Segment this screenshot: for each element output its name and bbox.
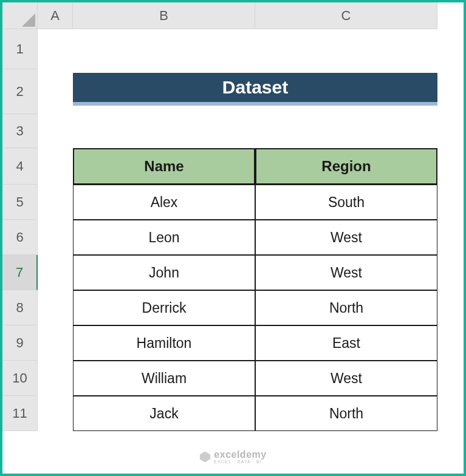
cell-A2[interactable] [38, 69, 73, 114]
table-cell[interactable]: Leon [73, 220, 255, 255]
row-header-4[interactable]: 4 [2, 148, 38, 185]
spreadsheet-grid: A B C 1 2 3 4 5 6 7 8 9 10 11 Dataset Na… [2, 2, 464, 474]
cell-A11[interactable] [38, 396, 73, 431]
row-header-8[interactable]: 8 [2, 290, 38, 325]
table-header-name[interactable]: Name [73, 148, 255, 185]
table-cell[interactable]: West [255, 361, 437, 396]
row-header-10[interactable]: 10 [2, 361, 38, 396]
cell-A10[interactable] [38, 361, 73, 396]
col-header-C[interactable]: C [255, 2, 437, 29]
row-header-7[interactable]: 7 [2, 255, 38, 290]
cell-C1[interactable] [255, 29, 437, 69]
col-header-A[interactable]: A [38, 2, 73, 29]
table-cell[interactable]: West [255, 255, 437, 290]
row-header-11[interactable]: 11 [2, 396, 38, 431]
cell-A6[interactable] [38, 220, 73, 255]
table-cell[interactable]: North [255, 396, 437, 431]
table-cell[interactable]: North [255, 290, 437, 325]
row-header-6[interactable]: 6 [2, 220, 38, 255]
exceldemy-logo-icon [199, 452, 210, 463]
table-cell[interactable]: East [255, 325, 437, 361]
table-cell[interactable]: William [73, 361, 255, 396]
cell-A1[interactable] [38, 29, 73, 69]
col-header-B[interactable]: B [73, 2, 255, 29]
cell-A5[interactable] [38, 185, 73, 220]
table-cell[interactable]: Alex [73, 185, 255, 220]
cell-C3[interactable] [255, 114, 437, 148]
row-header-1[interactable]: 1 [2, 29, 38, 69]
table-header-region[interactable]: Region [255, 148, 437, 185]
table-cell[interactable]: Hamilton [73, 325, 255, 361]
table-cell[interactable]: John [73, 255, 255, 290]
row-header-3[interactable]: 3 [2, 114, 38, 148]
watermark-tagline: EXCEL · DATA · BI [214, 460, 266, 464]
table-cell[interactable]: West [255, 220, 437, 255]
row-header-9[interactable]: 9 [2, 325, 38, 361]
cell-A7[interactable] [38, 255, 73, 290]
table-cell[interactable]: South [255, 185, 437, 220]
watermark-name: exceldemy [214, 450, 266, 460]
cell-B3[interactable] [73, 114, 255, 148]
cell-A9[interactable] [38, 325, 73, 361]
cell-A4[interactable] [38, 148, 73, 185]
cell-B1[interactable] [73, 29, 255, 69]
dataset-title: Dataset [73, 73, 437, 106]
row-header-2[interactable]: 2 [2, 69, 38, 114]
table-cell[interactable]: Derrick [73, 290, 255, 325]
select-all-corner[interactable] [2, 2, 38, 29]
table-cell[interactable]: Jack [73, 396, 255, 431]
cell-A3[interactable] [38, 114, 73, 148]
title-banner-cell[interactable]: Dataset [73, 69, 437, 114]
cell-A8[interactable] [38, 290, 73, 325]
row-header-5[interactable]: 5 [2, 185, 38, 220]
watermark: exceldemy EXCEL · DATA · BI [199, 450, 266, 464]
